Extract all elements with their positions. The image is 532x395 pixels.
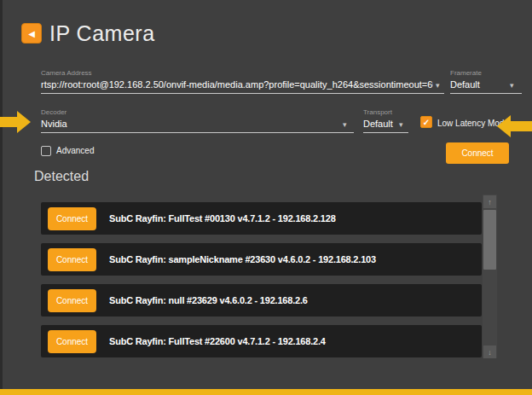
- arrow-head-icon: [17, 111, 31, 133]
- arrow-tail: [511, 121, 532, 131]
- device-name: SubC Rayfin: FullTest #22600 v4.7.1.2 - …: [109, 336, 326, 346]
- transport-select[interactable]: Default: [363, 119, 397, 129]
- device-row: Connect SubC Rayfin: sampleNickname #236…: [41, 243, 482, 276]
- camera-address-field[interactable]: rtsp://root:root@192.168.2.50/onvif-medi…: [41, 79, 433, 90]
- back-button[interactable]: ◀: [21, 23, 42, 44]
- advanced-checkbox[interactable]: [41, 146, 51, 156]
- scrollbar-thumb[interactable]: [483, 210, 496, 270]
- scroll-down-icon: ↓: [488, 348, 492, 357]
- framerate-dropdown-icon[interactable]: ▾: [510, 82, 514, 90]
- low-latency-checkbox[interactable]: ✓: [420, 116, 432, 128]
- annotation-arrow-low-latency: [497, 115, 532, 137]
- decoder-label: Decoder: [41, 108, 66, 116]
- arrow-tail: [0, 117, 17, 127]
- advanced-label: Advanced: [56, 146, 94, 155]
- device-name: SubC Rayfin: FullTest #00130 v4.7.1.2 - …: [109, 213, 336, 224]
- device-connect-button[interactable]: Connect: [48, 330, 96, 353]
- device-row: Connect SubC Rayfin: FullTest #00130 v4.…: [41, 202, 482, 235]
- device-row: Connect SubC Rayfin: null #23629 v4.6.0.…: [41, 284, 482, 317]
- decoder-select[interactable]: Nvidia: [41, 119, 331, 129]
- device-row: Connect SubC Rayfin: FullTest #22600 v4.…: [41, 325, 482, 357]
- camera-address-dropdown-icon[interactable]: ▾: [436, 82, 440, 90]
- annotation-arrow-decoder: [0, 111, 32, 133]
- detected-heading: Detected: [34, 169, 89, 184]
- connect-button[interactable]: Connect: [446, 142, 509, 164]
- arrow-head-icon: [497, 115, 511, 137]
- device-name: SubC Rayfin: sampleNickname #23630 v4.6.…: [109, 254, 376, 264]
- camera-address-underline: [41, 93, 444, 94]
- device-connect-button[interactable]: Connect: [48, 207, 96, 230]
- scroll-up-icon: ↑: [488, 198, 492, 206]
- device-connect-button[interactable]: Connect: [48, 248, 96, 271]
- scroll-up-button[interactable]: ↑: [483, 195, 496, 208]
- transport-label: Transport: [363, 108, 392, 116]
- device-name: SubC Rayfin: null #23629 v4.6.0.2 - 192.…: [109, 295, 308, 305]
- decoder-underline: [41, 132, 354, 133]
- window-left-edge: [0, 0, 3, 395]
- camera-address-label: Camera Address: [41, 69, 92, 77]
- page-title: IP Camera: [49, 21, 155, 46]
- decoder-dropdown-icon[interactable]: ▾: [343, 121, 347, 129]
- framerate-underline: [450, 93, 522, 94]
- framerate-label: Framerate: [450, 69, 482, 77]
- back-arrow-icon: ◀: [28, 29, 35, 38]
- scroll-down-button[interactable]: ↓: [483, 346, 496, 358]
- framerate-select[interactable]: Default: [450, 79, 505, 90]
- device-connect-button[interactable]: Connect: [48, 289, 96, 312]
- check-icon: ✓: [423, 118, 430, 127]
- transport-underline: [363, 132, 408, 133]
- bottom-accent-bar: [0, 389, 532, 395]
- transport-dropdown-icon[interactable]: ▾: [399, 121, 403, 129]
